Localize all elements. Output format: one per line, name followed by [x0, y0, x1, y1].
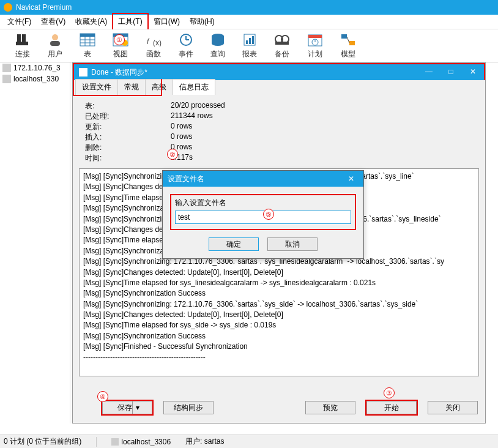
toolbar-backup[interactable]: 备份 — [274, 32, 290, 59]
preview-button[interactable]: 预览 — [305, 401, 355, 414]
dialog-title: Done - 数据同步* — [91, 67, 147, 78]
tab-general[interactable]: 常规 — [117, 79, 146, 95]
toolbar-event[interactable]: 事件 — [179, 32, 193, 59]
status-connection: localhost_3306 — [121, 438, 171, 446]
sidebar-item-label: 172.1.10.76_3 — [13, 64, 61, 72]
user-icon — [48, 32, 62, 48]
log-line: [Msg] [Sync]Changes detected: Update[0],… — [83, 310, 475, 320]
clock-icon — [179, 32, 193, 48]
toolbar-report[interactable]: 报表 — [242, 32, 257, 59]
toolbar-function[interactable]: f(x) 函数 — [146, 32, 162, 59]
toolbar-schedule[interactable]: 计划 — [307, 32, 323, 59]
status-left: 0 计划 (0 位于当前的组) — [4, 436, 81, 447]
log-line: [Msg] [Sync]Finished - Successful Synchr… — [83, 342, 475, 352]
ok-button[interactable]: 确定 — [209, 237, 259, 251]
log-line: [Msg] [Sync]Synchronizing: 172.1.10.76_3… — [83, 299, 475, 310]
report-icon — [242, 32, 257, 48]
menu-help[interactable]: 帮助(H) — [185, 14, 220, 29]
svg-rect-23 — [246, 40, 248, 44]
toolbar-table[interactable]: 表 — [80, 32, 95, 59]
svg-rect-1 — [22, 34, 26, 43]
log-line: [Msg] [Sync]Time elapsed for sys_side ->… — [83, 320, 475, 330]
save-button[interactable]: 保存 ▾ — [102, 401, 152, 414]
menu-favorites[interactable]: 收藏夹(A) — [70, 14, 112, 29]
log-line: [Msg] [Sync]Changes detected: Update[0],… — [83, 267, 475, 278]
calendar-icon — [307, 32, 323, 48]
close-button[interactable]: ✕ — [463, 65, 483, 78]
minimize-button[interactable]: — — [419, 65, 439, 78]
database-icon — [210, 32, 225, 48]
toolbar: 连接 用户 表 视图 f(x) 函数 事件 查询 报表 备份 计划 模型 — [0, 29, 498, 62]
connections-sidebar: 172.1.10.76_3 localhost_330 — [0, 62, 70, 424]
menu-view[interactable]: 查看(V) — [36, 14, 70, 29]
menu-tools[interactable]: 工具(T) — [112, 13, 148, 31]
save-dialog-label: 输入设置文件名 — [175, 198, 351, 208]
dialog-footer: ④ 保存 ▾ 结构同步 预览 ③ 开始 关闭 — [73, 397, 485, 418]
log-line: ----------------------------------------… — [83, 353, 475, 363]
svg-rect-25 — [252, 36, 254, 44]
sidebar-conn-2[interactable]: localhost_330 — [0, 73, 70, 84]
tape-icon — [274, 32, 290, 48]
app-logo-icon — [4, 3, 12, 12]
svg-text:(x): (x) — [153, 39, 162, 47]
plug-icon — [15, 32, 31, 48]
sync-stats: 表:20/20 processed 已处理:211344 rows 更新:0 r… — [73, 95, 485, 167]
model-icon — [340, 32, 356, 48]
menu-file[interactable]: 文件(F) — [2, 14, 36, 29]
status-user-value: sartas — [204, 437, 225, 446]
annotation-2: ② — [167, 149, 178, 160]
db-icon — [2, 64, 11, 72]
log-line: [Msg] [Sync]Time elapsed for sys_linesid… — [83, 278, 475, 288]
toolbar-model[interactable]: 模型 — [340, 32, 356, 59]
chevron-down-icon[interactable]: ▾ — [132, 401, 142, 414]
statusbar: 0 计划 (0 位于当前的组) localhost_3306 用户: sarta… — [0, 435, 498, 448]
svg-rect-33 — [341, 34, 347, 39]
log-line: [Msg] [Sync]Synchronization Success — [83, 288, 475, 299]
db-icon — [111, 438, 119, 446]
titlebar: Navicat Premium — [0, 0, 498, 15]
svg-point-21 — [212, 41, 224, 46]
function-icon: f(x) — [146, 32, 162, 48]
svg-rect-30 — [308, 35, 322, 38]
svg-rect-34 — [349, 41, 355, 45]
annotation-4: ④ — [97, 391, 108, 402]
status-user-label: 用户: — [185, 437, 202, 446]
save-dialog-titlebar: 设置文件名 ✕ — [163, 171, 363, 187]
cancel-button[interactable]: 取消 — [267, 237, 318, 251]
svg-line-35 — [347, 37, 349, 43]
db-icon — [2, 75, 11, 83]
start-button[interactable]: 开始 — [366, 401, 417, 414]
tab-log[interactable]: 信息日志 — [173, 79, 215, 95]
dialog-tabs: 设置文件 常规 高级 信息日志 — [73, 80, 485, 95]
svg-rect-4 — [50, 41, 60, 46]
svg-rect-6 — [80, 34, 95, 37]
toolbar-connection[interactable]: 连接 — [15, 32, 31, 59]
save-name-dialog: 设置文件名 ✕ 输入设置文件名 ⑤ 确定 取消 — [162, 170, 364, 259]
dialog-titlebar: Done - 数据同步* — □ ✕ — [73, 63, 485, 80]
menu-window[interactable]: 窗口(W) — [149, 14, 185, 29]
annotation-1: ① — [114, 34, 125, 45]
svg-rect-0 — [17, 34, 21, 43]
svg-rect-24 — [249, 38, 251, 44]
app-title: Navicat Premium — [16, 3, 72, 12]
dialog-icon — [79, 68, 87, 77]
maximize-button[interactable]: □ — [441, 65, 461, 78]
struct-sync-button[interactable]: 结构同步 — [163, 401, 214, 414]
svg-text:f: f — [147, 37, 150, 46]
close-icon[interactable]: ✕ — [344, 173, 359, 185]
svg-point-3 — [52, 34, 58, 40]
table-icon — [80, 32, 95, 48]
annotation-5: ⑤ — [263, 209, 274, 220]
save-dialog-title: 设置文件名 — [168, 174, 204, 184]
sidebar-conn-1[interactable]: 172.1.10.76_3 — [0, 62, 70, 73]
toolbar-query[interactable]: 查询 — [210, 32, 225, 59]
tab-profile[interactable]: 设置文件 — [75, 79, 118, 95]
toolbar-user[interactable]: 用户 — [48, 32, 62, 59]
svg-rect-2 — [16, 42, 28, 45]
menubar: 文件(F) 查看(V) 收藏夹(A) 工具(T) 窗口(W) 帮助(H) — [0, 15, 498, 29]
svg-rect-28 — [275, 42, 289, 45]
close-dialog-button[interactable]: 关闭 — [428, 401, 478, 414]
annotation-3: ③ — [384, 387, 395, 398]
tab-advanced[interactable]: 高级 — [145, 79, 173, 95]
log-line: [Msg] [Sync]Synchronization Success — [83, 331, 475, 342]
